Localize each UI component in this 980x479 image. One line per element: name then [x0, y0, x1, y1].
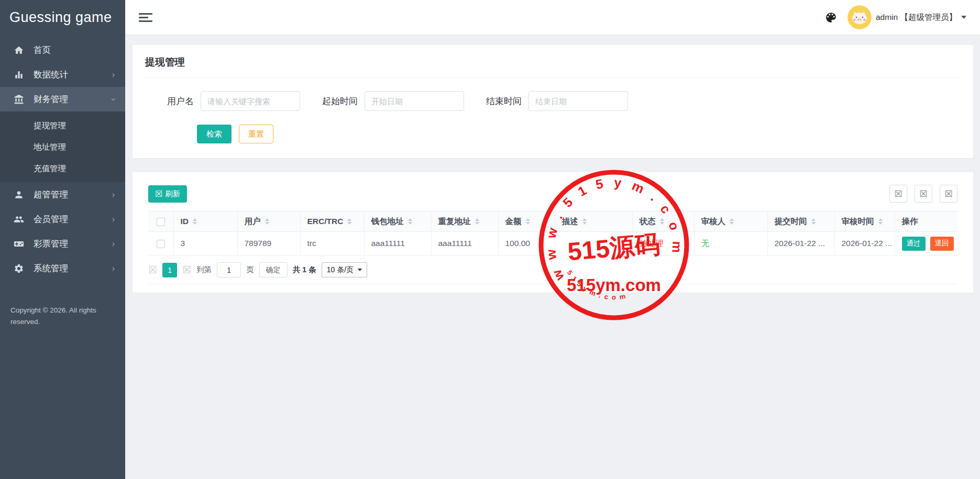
refresh-icon: ☒ — [155, 189, 162, 199]
username-text: admin 【超级管理员】 — [876, 12, 957, 23]
sidebar-item-members[interactable]: 会员管理 › — [0, 207, 125, 231]
page-size-select[interactable]: 10 条/页 — [322, 262, 367, 277]
search-button[interactable]: 检索 — [197, 125, 232, 143]
filter-card: 提现管理 用户名 起始时间 结束时间 检索 — [133, 45, 973, 158]
sort-icon — [265, 218, 269, 225]
sort-icon — [811, 218, 816, 225]
sidebar-item-label: 系统管理 — [34, 263, 68, 274]
cell-amount: 100.00 — [498, 232, 555, 255]
column-header-audit-time[interactable]: 审核时间 — [834, 211, 895, 232]
chevron-right-icon: › — [112, 71, 115, 79]
theme-palette-icon[interactable] — [824, 10, 838, 24]
chevron-down-icon: › — [109, 98, 117, 101]
sort-icon — [660, 218, 664, 225]
app-title: Guessing game — [0, 0, 125, 35]
refresh-label: 刷新 — [165, 189, 180, 199]
column-header-duplicate[interactable]: 重复地址 — [431, 211, 498, 232]
table-tool-icon-button-2[interactable]: ☒ — [915, 185, 932, 203]
column-header-status[interactable]: 状态 — [632, 211, 694, 232]
sidebar-item-recharge[interactable]: 充值管理 — [0, 158, 125, 179]
tool-icon: ☒ — [894, 188, 902, 199]
sidebar-item-system[interactable]: 系统管理 › — [0, 256, 125, 281]
top-header: admin 【超级管理员】 — [125, 0, 980, 35]
sort-icon — [582, 218, 587, 225]
gear-icon — [14, 263, 25, 274]
chevron-right-icon: › — [112, 240, 115, 248]
cell-chain: trc — [300, 232, 364, 255]
chevron-right-icon: › — [112, 191, 115, 199]
withdrawals-table: ID 用户 ERC/TRC 钱包地址 重复地址 金额 描述 状态 审核人 提交时… — [148, 211, 957, 255]
username-input[interactable] — [201, 91, 300, 111]
table-tool-icon-button-3[interactable]: ☒ — [940, 185, 957, 203]
column-header-chain[interactable]: ERC/TRC — [300, 211, 364, 232]
bar-chart-icon — [14, 70, 25, 80]
pagination: ☒ 1 ☒ 到第 页 确定 共 1 条 10 条/页 — [148, 255, 957, 284]
end-date-input[interactable] — [528, 91, 628, 111]
sidebar: Guessing game 首页 数据统计 › 财务管理 › — [0, 0, 125, 479]
total-count-label: 共 1 条 — [293, 265, 316, 275]
jump-page-input[interactable] — [217, 262, 241, 277]
column-header-description[interactable]: 描述 — [555, 211, 632, 232]
end-time-label: 结束时间 — [486, 95, 522, 107]
username-label: 用户名 — [167, 95, 194, 107]
tool-icon: ☒ — [944, 188, 952, 199]
start-date-input[interactable] — [365, 91, 464, 111]
column-header-id[interactable]: ID — [173, 211, 237, 232]
sidebar-item-home[interactable]: 首页 — [0, 38, 125, 62]
row-checkbox[interactable] — [157, 240, 165, 248]
table-tool-icon-button-1[interactable]: ☒ — [889, 185, 907, 203]
column-header-submit-time[interactable]: 提交时间 — [767, 211, 834, 232]
column-header-user[interactable]: 用户 — [237, 211, 300, 232]
sidebar-item-superadmin[interactable]: 超管管理 › — [0, 182, 125, 207]
sidebar-item-label: 会员管理 — [34, 214, 68, 225]
sidebar-item-finance[interactable]: 财务管理 › — [0, 87, 125, 112]
page-content: 提现管理 用户名 起始时间 结束时间 检索 — [125, 35, 980, 479]
finance-submenu: 提现管理 地址管理 充值管理 — [0, 112, 125, 182]
jump-suffix-label: 页 — [246, 265, 254, 275]
sort-icon — [526, 218, 530, 225]
page-number-button[interactable]: 1 — [162, 263, 177, 277]
sidebar-item-withdraw[interactable]: 提现管理 — [0, 115, 125, 136]
caret-down-icon — [961, 16, 966, 19]
column-header-auditor[interactable]: 审核人 — [694, 211, 767, 232]
prev-page-icon[interactable]: ☒ — [148, 265, 157, 275]
filter-row: 用户名 起始时间 结束时间 — [167, 91, 961, 111]
app-root: Guessing game 首页 数据统计 › 财务管理 › — [0, 0, 980, 479]
sort-icon — [347, 218, 351, 225]
table-toolbar: ☒ 刷新 ☒ ☒ ☒ — [148, 185, 957, 203]
sidebar-item-lottery[interactable]: 彩票管理 › — [0, 231, 125, 256]
page-title: 提现管理 — [145, 55, 961, 77]
cell-wallet: aaa11111 — [364, 232, 431, 255]
table-card: ☒ 刷新 ☒ ☒ ☒ — [133, 172, 973, 293]
sidebar-item-label: 首页 — [34, 44, 51, 56]
column-header-wallet[interactable]: 钱包地址 — [364, 211, 431, 232]
reset-button[interactable]: 重置 — [239, 125, 273, 143]
sidebar-toggle-icon[interactable] — [139, 11, 152, 24]
next-page-icon[interactable]: ☒ — [182, 265, 191, 275]
jump-prefix-label: 到第 — [196, 265, 212, 275]
avatar — [847, 5, 872, 29]
column-header-actions: 操作 — [895, 211, 957, 232]
column-header-amount[interactable]: 金额 — [498, 211, 555, 232]
select-all-checkbox[interactable] — [157, 218, 165, 226]
cell-status: 待处理 — [632, 232, 694, 255]
chevron-right-icon: › — [112, 264, 115, 273]
bank-icon — [14, 94, 25, 105]
cell-duplicate: aaa11111 — [431, 232, 498, 255]
user-menu[interactable]: admin 【超级管理员】 — [847, 5, 966, 29]
cell-id: 3 — [173, 232, 237, 255]
jump-confirm-button[interactable]: 确定 — [259, 262, 288, 277]
start-time-label: 起始时间 — [322, 95, 358, 107]
sidebar-item-statistics[interactable]: 数据统计 › — [0, 62, 125, 87]
sidebar-item-label: 数据统计 — [34, 69, 68, 81]
sidebar-item-address[interactable]: 地址管理 — [0, 136, 125, 158]
table-header-row: ID 用户 ERC/TRC 钱包地址 重复地址 金额 描述 状态 审核人 提交时… — [148, 211, 957, 232]
cell-auditor: 无 — [694, 232, 767, 255]
approve-button[interactable]: 通过 — [902, 237, 926, 251]
gamepad-icon — [14, 239, 25, 249]
reject-button[interactable]: 退回 — [930, 237, 954, 251]
refresh-button[interactable]: ☒ 刷新 — [148, 185, 187, 203]
sort-icon — [475, 218, 479, 225]
sort-icon — [730, 218, 734, 225]
user-icon — [14, 190, 25, 200]
